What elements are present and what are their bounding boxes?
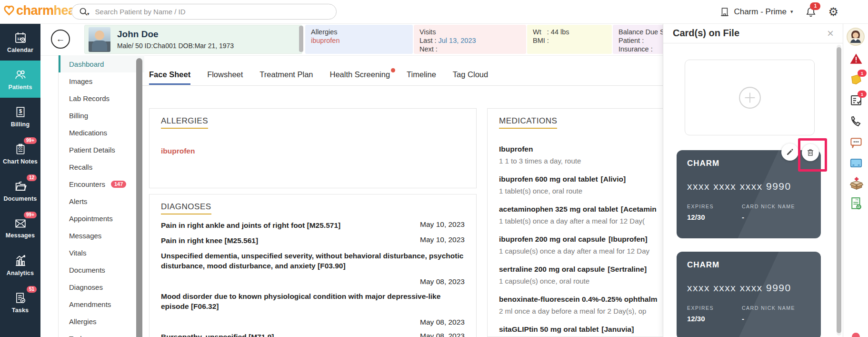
credit-card-icon[interactable] [849, 156, 863, 170]
nav-billing[interactable]: $ Billing [0, 98, 40, 135]
medication-item[interactable]: acetaminophen 325 mg oral tablet[Acetami… [499, 204, 662, 226]
nav-chart-notes[interactable]: 99+ CC Chart Notes [0, 135, 40, 172]
menu-item-lab-records[interactable]: Lab Records [59, 90, 144, 107]
settings-gear-icon[interactable]: ⚙ [828, 6, 838, 18]
sticky-note-icon[interactable]: 1 [849, 72, 863, 87]
menu-item-amendments[interactable]: Amendments [59, 296, 144, 313]
practice-selector[interactable]: Charm - Prime ▾ [719, 6, 793, 18]
phone-icon[interactable] [849, 114, 863, 129]
menu-item-diagnoses[interactable]: Diagnoses [59, 278, 144, 296]
visits-last-date[interactable]: Jul 13, 2023 [439, 37, 476, 44]
medication-item[interactable]: sitaGLIPtin 50 mg oral tablet[Januvia] 2… [499, 324, 662, 337]
svg-text:$: $ [19, 108, 21, 113]
nav-documents[interactable]: 12 Documents [0, 172, 40, 209]
nav-messages[interactable]: 99+ Messages [0, 209, 40, 246]
patient-photo [89, 27, 110, 52]
content-scrollbar[interactable] [136, 58, 142, 337]
medications-section: MEDICATIONS Ibuprofen 1 1 to 3 times a d… [487, 108, 674, 337]
search-input[interactable] [94, 7, 329, 16]
notifications-button[interactable]: 1 [805, 6, 817, 18]
menu-item-allergies[interactable]: Allergies [59, 313, 144, 330]
allergies-label: Allergies [311, 28, 407, 36]
nav-analytics[interactable]: Analytics [0, 246, 40, 284]
trash-icon [806, 148, 815, 157]
saved-card-1[interactable]: CHARM xxxx xxxx xxxx 9990 EXPIRES 12/30 … [677, 150, 821, 238]
diagnosis-row[interactable]: Unspecified dementia, unspecified severi… [161, 251, 465, 286]
header-allergies-cell: Allergies ibuprofen [305, 25, 413, 54]
medication-item[interactable]: ibuprofen 600 mg oral tablet[Alivio] 1 t… [499, 174, 662, 196]
allergies-section-title: ALLERGIES [161, 116, 208, 129]
documents-badge: 12 [27, 174, 37, 181]
documents-icon [14, 180, 27, 193]
patient-summary-card[interactable]: John Doe Male/ 50 ID:Cha001 DOB:Mar 21, … [84, 25, 302, 54]
chat-icon[interactable] [849, 135, 863, 150]
health-screening-alert-dot [391, 68, 395, 72]
menu-item-billing[interactable]: Billing [59, 107, 144, 124]
card-number: xxxx xxxx xxxx 9990 [687, 181, 810, 192]
practice-name: Charm - Prime [734, 7, 787, 17]
saved-card-2[interactable]: CHARM xxxx xxxx xxxx 9990 EXPIRES 12/30 … [677, 252, 821, 337]
nav-patients[interactable]: Patients [0, 61, 40, 98]
alert-triangle-icon[interactable] [849, 51, 863, 66]
tabs-divider [142, 85, 663, 86]
tab-timeline[interactable]: Timeline [407, 70, 436, 85]
header-vitals-cell: Wt : 44 lbs BMI : [527, 25, 612, 54]
menu-item-dashboard[interactable]: Dashboard [59, 55, 144, 72]
svg-text:CC: CC [18, 147, 23, 150]
bmi-label: BMI : [533, 36, 606, 45]
delete-card-button[interactable] [802, 144, 819, 161]
menu-item-messages[interactable]: Messages [59, 227, 144, 244]
visits-next-label: Next : [419, 45, 520, 53]
topbar: charmhealth ▾ Charm - Prime ▾ 1 [0, 0, 868, 24]
medication-item[interactable]: sertraline 200 mg oral capsule[Sertralin… [499, 264, 662, 286]
menu-item-documents[interactable]: Documents [59, 261, 144, 278]
panel-close-icon[interactable]: × [827, 28, 834, 39]
panel-scrollbar-thumb[interactable] [837, 47, 841, 333]
patient-card-scrollbar[interactable] [299, 26, 303, 52]
tab-face-sheet[interactable]: Face Sheet [149, 70, 190, 85]
edit-card-button[interactable] [781, 143, 798, 161]
menu-item-encounters[interactable]: Encounters147 [59, 175, 144, 193]
medication-item[interactable]: ibuprofen 200 mg oral capsule[Ibuprofen]… [499, 234, 662, 256]
tab-flowsheet[interactable]: Flowsheet [207, 70, 243, 85]
menu-item-images[interactable]: Images [59, 72, 144, 90]
allergy-item[interactable]: ibuprofen [161, 147, 465, 155]
nav-calendar[interactable]: 12 Calendar [0, 23, 40, 61]
menu-item-patient-details[interactable]: Patient Details [59, 141, 144, 158]
menu-item-alerts[interactable]: Alerts [59, 193, 144, 210]
diagnosis-row[interactable]: Pain in right knee [M25.561] May 10, 202… [161, 235, 465, 245]
tab-treatment-plan[interactable]: Treatment Plan [259, 70, 313, 85]
tab-health-screening[interactable]: Health Screening [330, 70, 390, 85]
tab-tag-cloud[interactable]: Tag Cloud [453, 70, 488, 85]
card-brand: CHARM [687, 260, 810, 270]
tasks-icon [14, 291, 27, 305]
allergies-value: ibuprofen [311, 36, 407, 45]
card-nick-label: CARD NICK NAME [742, 204, 795, 209]
patient-menu: Dashboard Images Lab Records Billing Med… [58, 55, 144, 337]
menu-item-vitals[interactable]: Vitals [59, 244, 144, 261]
diagnosis-row[interactable]: Pain in right ankle and joints of right … [161, 220, 465, 230]
header-visits-cell: Visits Last : Jul 13, 2023 Next : [414, 25, 526, 54]
nav-tasks[interactable]: 51 Tasks [0, 284, 40, 321]
menu-item-medications[interactable]: Medications [59, 124, 144, 141]
supplies-box-icon[interactable] [849, 176, 863, 190]
add-card-button[interactable] [685, 60, 815, 135]
menu-item-recalls[interactable]: Recalls [59, 158, 144, 175]
card-nick-label: CARD NICK NAME [742, 305, 795, 311]
diagnosis-row[interactable]: Mood disorder due to known physiological… [161, 291, 465, 327]
back-button[interactable]: ← [51, 30, 70, 49]
medication-item[interactable]: benoxinate-fluorescein 0.4%-0.25% ophtha… [499, 294, 662, 316]
patient-search[interactable]: ▾ [71, 4, 337, 20]
menu-item-tasks[interactable]: Tasks [59, 330, 144, 337]
card-nick-value: - [742, 213, 795, 221]
bottom-partial-badge [852, 333, 860, 337]
diagnosis-row[interactable]: Bursopathy, unspecified [M71.9] May 08, … [161, 332, 465, 337]
user-avatar[interactable] [847, 28, 865, 46]
patients-icon [13, 68, 28, 82]
medication-item[interactable]: Ibuprofen 1 1 to 3 times a day, route [499, 144, 662, 166]
card-number: xxxx xxxx xxxx 9990 [687, 282, 810, 294]
menu-item-appointments[interactable]: Appointments [59, 210, 144, 227]
invoice-icon[interactable]: 74 [849, 196, 863, 211]
card-expires-label: EXPIRES [687, 305, 742, 311]
intake-form-icon[interactable]: 1 [849, 93, 863, 108]
